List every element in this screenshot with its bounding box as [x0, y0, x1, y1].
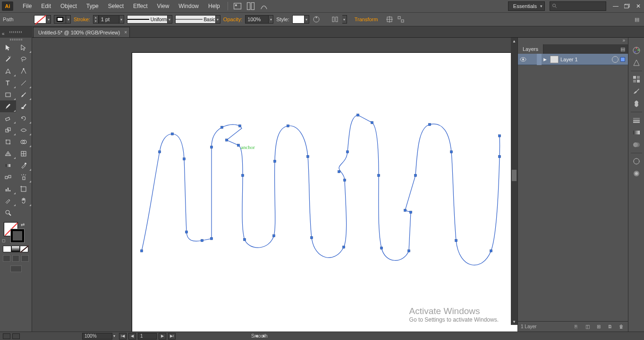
stroke-profile[interactable]: Uniform: [127, 15, 168, 24]
status-icon-2[interactable]: [12, 333, 20, 339]
brush-dropdown[interactable]: [216, 15, 220, 24]
vertical-scrollbar[interactable]: ▲ ▼: [511, 38, 517, 325]
status-icon-1[interactable]: [3, 333, 10, 339]
layer-row[interactable]: ▶ Layer 1: [518, 54, 628, 65]
layers-tab[interactable]: Layers: [518, 44, 543, 54]
color-mode-none[interactable]: [20, 246, 28, 252]
fill-dropdown[interactable]: [46, 15, 51, 24]
zoom-tool[interactable]: [0, 207, 16, 218]
align-dropdown[interactable]: [342, 15, 347, 24]
gradient-panel-icon[interactable]: [630, 126, 643, 139]
color-guide-icon[interactable]: [630, 57, 643, 69]
symbol-sprayer-tool[interactable]: [16, 171, 32, 183]
layer-twirl-icon[interactable]: ▶: [542, 57, 548, 62]
opacity-dropdown[interactable]: [269, 15, 273, 24]
symbols-panel-icon[interactable]: [630, 98, 643, 110]
stroke-dropdown[interactable]: [66, 15, 71, 24]
draw-behind[interactable]: [12, 255, 20, 262]
menu-effect[interactable]: Effect: [128, 0, 152, 12]
stroke-indicator[interactable]: [10, 229, 25, 243]
screen-mode[interactable]: [10, 265, 22, 272]
selection-tool[interactable]: [0, 41, 16, 53]
menu-type[interactable]: Type: [82, 0, 103, 12]
paintbrush-tool[interactable]: [16, 89, 32, 100]
first-artboard-icon[interactable]: I◀: [119, 333, 127, 340]
opacity-value[interactable]: 100%: [245, 15, 269, 24]
scroll-up-icon[interactable]: ▲: [511, 38, 517, 44]
artboard-tool[interactable]: [16, 183, 32, 195]
layer-selection-indicator[interactable]: [620, 57, 625, 62]
visibility-icon[interactable]: [518, 57, 528, 62]
blend-tool[interactable]: [0, 171, 16, 183]
last-artboard-icon[interactable]: ▶I: [168, 333, 176, 340]
color-mode-solid[interactable]: [3, 246, 11, 252]
layer-target-icon[interactable]: [612, 56, 619, 63]
perspective-tool[interactable]: [0, 148, 16, 159]
column-graph-tool[interactable]: [0, 183, 16, 195]
controlbar-menu-icon[interactable]: ▤: [633, 15, 641, 24]
gradient-tool[interactable]: [0, 159, 16, 171]
eyedropper-tool[interactable]: [16, 159, 32, 171]
fill-swatch[interactable]: [34, 15, 46, 24]
window-minimize-icon[interactable]: —: [611, 2, 620, 10]
shape-builder-tool[interactable]: [16, 136, 32, 148]
type-tool[interactable]: T: [0, 77, 16, 89]
lasso-tool[interactable]: [16, 53, 32, 65]
pencil-tool[interactable]: [0, 100, 16, 112]
zoom-dropdown-icon[interactable]: ▾: [113, 334, 115, 338]
recolor-icon[interactable]: [312, 15, 321, 24]
fill-stroke-control[interactable]: ⇄ ◻: [0, 221, 32, 244]
width-tool[interactable]: [16, 124, 32, 136]
window-close-icon[interactable]: ✕: [634, 2, 643, 10]
bridge-icon[interactable]: [233, 2, 242, 10]
graphic-styles-panel-icon[interactable]: [630, 167, 643, 180]
hand-tool[interactable]: [16, 195, 32, 207]
layer-name[interactable]: Layer 1: [560, 57, 578, 62]
scale-tool[interactable]: [0, 124, 16, 136]
delete-layer-icon[interactable]: 🗑: [618, 323, 625, 330]
menu-view[interactable]: View: [153, 0, 174, 12]
brush-definition[interactable]: Basic: [175, 15, 216, 24]
toolpanel-grip[interactable]: [0, 26, 32, 38]
transform-link[interactable]: Transform: [355, 17, 378, 22]
opacity-label[interactable]: Opacity:: [223, 17, 242, 22]
arrange-docs-icon[interactable]: [246, 2, 255, 10]
stroke-weight-stepper[interactable]: ▴▾: [93, 15, 99, 24]
canvas[interactable]: anchor ▲ ▼ Activate Windows Go to Settin…: [32, 38, 517, 332]
line-tool[interactable]: [16, 77, 32, 89]
rectangle-tool[interactable]: [0, 89, 16, 100]
swatches-panel-icon[interactable]: [630, 73, 643, 85]
make-clip-icon[interactable]: ◫: [584, 323, 591, 330]
locate-object-icon[interactable]: ⎘: [572, 323, 580, 330]
color-panel-icon[interactable]: [630, 44, 643, 57]
curvature-tool[interactable]: [16, 65, 32, 77]
new-layer-icon[interactable]: 🗎: [606, 323, 614, 330]
gpu-icon[interactable]: [259, 2, 269, 10]
menu-help[interactable]: Help: [203, 0, 225, 12]
blob-brush-tool[interactable]: [16, 100, 32, 112]
draw-inside[interactable]: [21, 255, 29, 262]
stroke-panel-icon[interactable]: [630, 114, 643, 126]
isolate-icon[interactable]: [385, 15, 394, 24]
menu-edit[interactable]: Edit: [36, 0, 56, 12]
free-transform-tool[interactable]: [0, 136, 16, 148]
document-tab[interactable]: Untitled-5* @ 100% (RGB/Preview) ×: [33, 27, 130, 37]
swap-fill-stroke-icon[interactable]: ⇄: [21, 222, 25, 227]
default-fill-stroke-icon[interactable]: ◻: [2, 238, 5, 243]
artboard-index[interactable]: 1: [138, 333, 157, 340]
panel-menu-icon[interactable]: ▤: [618, 46, 628, 52]
menu-object[interactable]: Object: [56, 0, 82, 12]
prev-artboard-icon[interactable]: ◀: [128, 333, 136, 340]
draw-normal[interactable]: [3, 255, 10, 262]
next-artboard-icon[interactable]: ▶: [159, 333, 166, 340]
search-input[interactable]: [550, 1, 606, 11]
edit-similar-icon[interactable]: [397, 15, 405, 24]
eraser-tool[interactable]: [0, 112, 16, 124]
direct-selection-tool[interactable]: [16, 41, 32, 53]
align-icon[interactable]: [331, 15, 339, 24]
workspace-switcher[interactable]: Essentials: [508, 1, 545, 11]
tools-collapse-icon[interactable]: «: [2, 31, 5, 36]
pen-tool[interactable]: [0, 65, 16, 77]
vector-path[interactable]: [132, 53, 517, 332]
menu-window[interactable]: Window: [174, 0, 203, 12]
